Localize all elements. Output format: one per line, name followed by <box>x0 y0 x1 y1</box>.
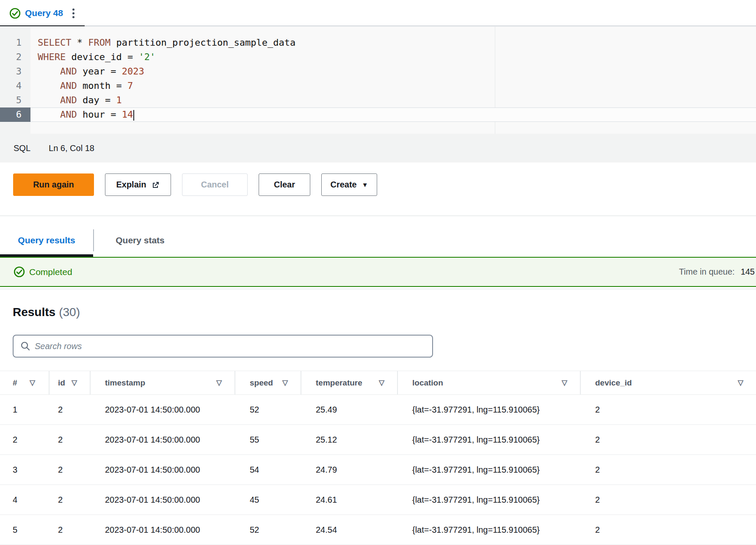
sql-editor[interactable]: 123456 SELECT * FROM partition_projectio… <box>0 26 756 134</box>
run-again-button[interactable]: Run again <box>13 173 94 196</box>
search-rows-input[interactable] <box>35 341 432 351</box>
code-token: * <box>71 37 88 48</box>
code-line[interactable]: AND month = 7 <box>30 79 756 93</box>
column-header-id: id▽ <box>50 371 91 394</box>
success-check-icon <box>9 8 21 19</box>
editor-gutter: 123456 <box>0 27 30 134</box>
table-cell: 1 <box>0 395 50 424</box>
column-header-label: timestamp <box>105 378 145 388</box>
section-divider <box>0 215 756 216</box>
query-tab-label: Query 48 <box>25 8 63 18</box>
table-cell: 2023-07-01 14:50:00.000 <box>91 515 235 545</box>
create-dropdown-button[interactable]: Create ▼ <box>321 173 377 196</box>
table-cell: 2 <box>50 485 91 515</box>
status-text: Completed <box>29 267 72 277</box>
editor-language-label: SQL <box>14 143 30 153</box>
table-cell: 2023-07-01 14:50:00.000 <box>91 485 235 515</box>
line-number: 5 <box>0 93 30 107</box>
query-tab-menu-icon[interactable] <box>71 7 76 20</box>
table-header-row: #▽id▽timestamp▽speed▽temperature▽locatio… <box>0 371 756 395</box>
code-token: day = <box>77 95 116 105</box>
table-cell: 2 <box>50 425 91 454</box>
table-cell: 52 <box>235 515 301 545</box>
code-line[interactable]: SELECT * FROM partition_projection_sampl… <box>30 36 756 50</box>
column-filter-icon[interactable]: ▽ <box>30 378 35 387</box>
column-header-label: location <box>412 378 443 388</box>
editor-code-area[interactable]: SELECT * FROM partition_projection_sampl… <box>30 27 756 134</box>
table-row[interactable]: 422023-07-01 14:50:00.0004524.61{lat=-31… <box>0 485 756 515</box>
code-token: FROM <box>88 37 110 48</box>
code-line[interactable]: AND day = 1 <box>30 93 756 107</box>
table-cell: 2 <box>50 455 91 484</box>
code-token <box>38 95 60 105</box>
code-token: 2023 <box>122 66 144 77</box>
column-filter-icon[interactable]: ▽ <box>216 378 222 387</box>
column-header-label: speed <box>250 378 273 388</box>
query-stats-tab-label: Query stats <box>116 235 165 245</box>
completed-check-icon <box>14 266 25 278</box>
column-header-row-number: #▽ <box>0 371 50 394</box>
column-header-label: id <box>58 378 65 388</box>
code-token: AND <box>60 66 77 77</box>
query-actions: Run again Explain Cancel Clear Create ▼ <box>13 173 377 196</box>
line-number: 2 <box>0 50 30 64</box>
code-token: SELECT <box>38 37 71 48</box>
results-heading: Results(30) <box>13 306 80 319</box>
text-cursor <box>133 110 134 121</box>
table-cell: 24.61 <box>301 485 398 515</box>
tab-query-stats[interactable]: Query stats <box>94 223 186 257</box>
table-cell: 2023-07-01 14:50:00.000 <box>91 455 235 484</box>
line-number: 6 <box>0 107 30 122</box>
create-label: Create <box>330 180 356 190</box>
editor-status-bar: SQL Ln 6, Col 18 <box>0 134 756 162</box>
table-cell: {lat=-31.977291, lng=115.910065} <box>398 455 581 484</box>
line-number: 3 <box>0 64 30 79</box>
code-token: AND <box>60 80 77 91</box>
table-cell: 2 <box>581 515 756 545</box>
table-row[interactable]: 322023-07-01 14:50:00.0005424.79{lat=-31… <box>0 455 756 485</box>
search-icon <box>20 341 30 351</box>
table-cell: 2 <box>581 425 756 454</box>
column-header-temperature: temperature▽ <box>301 371 398 394</box>
caret-down-icon: ▼ <box>362 182 368 188</box>
cursor-position-label: Ln 6, Col 18 <box>49 143 94 153</box>
table-cell: 2023-07-01 14:50:00.000 <box>91 425 235 454</box>
code-token <box>38 66 60 77</box>
table-cell: 25.49 <box>301 395 398 424</box>
column-filter-icon[interactable]: ▽ <box>562 378 567 387</box>
cancel-button[interactable]: Cancel <box>182 173 248 196</box>
column-header-timestamp: timestamp▽ <box>91 371 235 394</box>
table-cell: 2 <box>581 455 756 484</box>
column-filter-icon[interactable]: ▽ <box>379 378 384 387</box>
athena-query-editor: Query 48 123456 SELECT * FROM partition_… <box>0 0 756 545</box>
table-row[interactable]: 522023-07-01 14:50:00.0005224.54{lat=-31… <box>0 515 756 545</box>
table-cell: {lat=-31.977291, lng=115.910065} <box>398 485 581 515</box>
code-token: device_id = <box>66 52 138 62</box>
code-line[interactable]: AND year = 2023 <box>30 64 756 79</box>
search-rows-box[interactable] <box>13 335 433 358</box>
panel-divider <box>0 289 756 289</box>
code-token <box>38 80 60 91</box>
column-filter-icon[interactable]: ▽ <box>72 378 77 387</box>
column-header-label: device_id <box>595 378 632 388</box>
code-line[interactable]: AND hour = 14 <box>30 107 756 122</box>
column-filter-icon[interactable]: ▽ <box>282 378 288 387</box>
query-status-banner: Completed Time in queue: 145 <box>0 257 756 287</box>
table-row[interactable]: 222023-07-01 14:50:00.0005525.12{lat=-31… <box>0 425 756 455</box>
code-line[interactable]: WHERE device_id = '2' <box>30 50 756 64</box>
column-header-label: temperature <box>316 378 362 388</box>
tab-query-48[interactable]: Query 48 <box>0 0 85 26</box>
table-row[interactable]: 122023-07-01 14:50:00.0005225.49{lat=-31… <box>0 395 756 425</box>
table-cell: {lat=-31.977291, lng=115.910065} <box>398 395 581 424</box>
table-cell: 54 <box>235 455 301 484</box>
column-header-label: # <box>13 378 17 388</box>
column-header-speed: speed▽ <box>235 371 301 394</box>
table-cell: 45 <box>235 485 301 515</box>
clear-button[interactable]: Clear <box>259 173 310 196</box>
results-table: #▽id▽timestamp▽speed▽temperature▽locatio… <box>0 371 756 545</box>
results-count: (30) <box>59 306 80 319</box>
table-cell: 3 <box>0 455 50 484</box>
tab-query-results[interactable]: Query results <box>0 223 93 257</box>
column-filter-icon[interactable]: ▽ <box>738 378 743 387</box>
explain-button[interactable]: Explain <box>105 173 171 196</box>
